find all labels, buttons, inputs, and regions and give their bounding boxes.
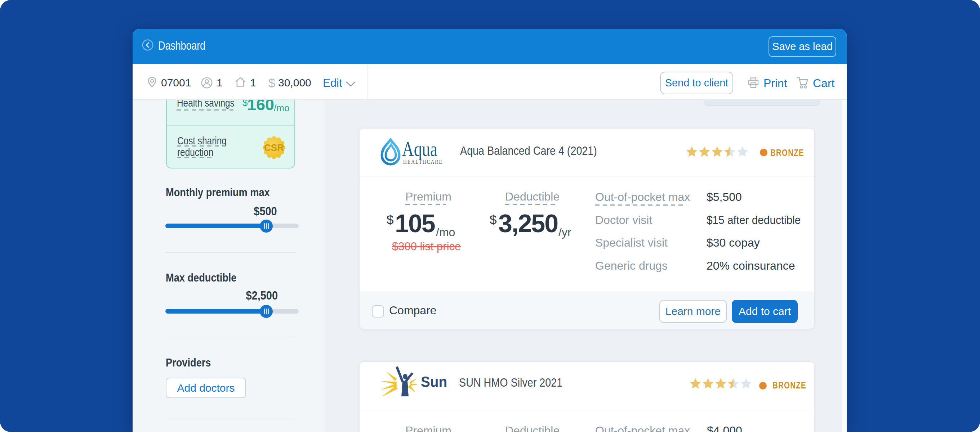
svg-text:CSR: CSR bbox=[264, 142, 284, 153]
